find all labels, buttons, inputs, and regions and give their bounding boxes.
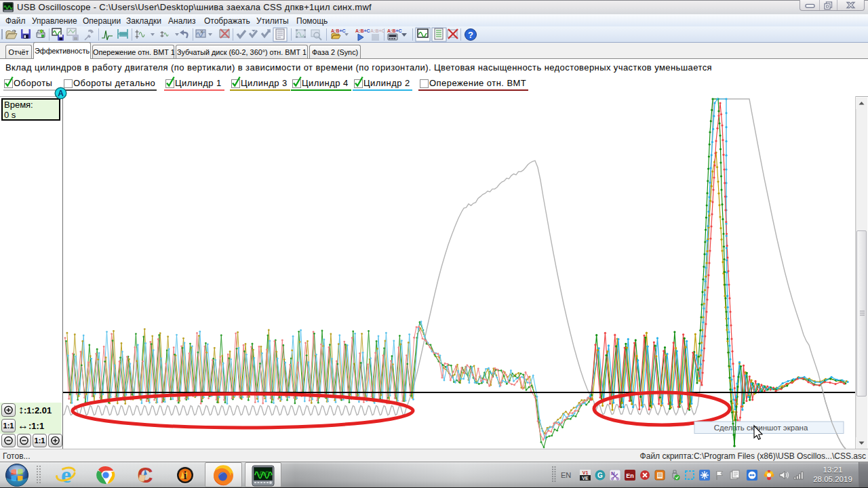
svg-text:A: A [58,89,64,98]
svg-text:A:B+C: A:B+C [331,28,346,33]
svg-text:VE: VE [582,476,589,481]
svg-text:?: ? [468,30,473,40]
svg-text:A:B+C: A:B+C [355,28,370,33]
svg-text:i: i [184,470,187,481]
svg-text:En: En [626,472,634,479]
svg-text:A:B+C: A:B+C [370,28,385,33]
svg-text:G: G [597,472,603,479]
svg-text:Сделать скриншот экрана: Сделать скриншот экрана [714,424,808,432]
svg-text:A:B+C: A:B+C [387,28,402,33]
svg-text:V1: V1 [583,470,589,475]
